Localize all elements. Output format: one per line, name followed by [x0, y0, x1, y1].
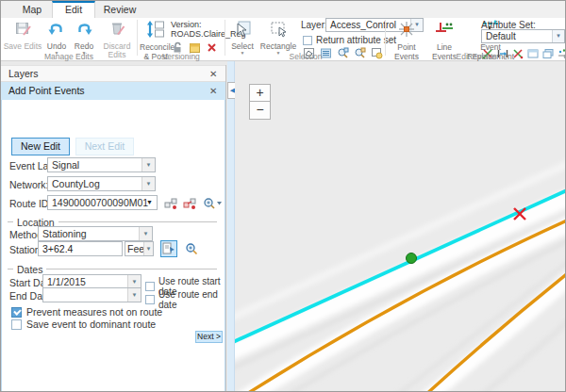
station-units-combobox[interactable]: Feet ▼ [125, 241, 154, 256]
new-edit-button[interactable]: New Edit [11, 138, 70, 155]
dock-strip[interactable] [227, 61, 235, 391]
event-layer-combobox[interactable]: Signal ▼ [47, 157, 156, 172]
start-date-value: 1/1/2015 [47, 276, 86, 287]
select-route-active-icon[interactable] [183, 197, 195, 209]
map-view[interactable]: + − [235, 61, 565, 391]
prevent-measures-label: Prevent measures not on route [26, 306, 162, 318]
layer-label: Layer: [301, 20, 327, 30]
point-events-icon [388, 20, 425, 42]
add-point-events-header[interactable]: Add Point Events ✕ [1, 82, 225, 100]
main-area: Layers ✕ Add Point Events ✕ New Edit Nex… [1, 61, 565, 391]
dates-section-separator: Dates [8, 264, 217, 274]
zoom-to-route-icon[interactable] [203, 197, 224, 209]
route-id-caret[interactable]: ▼ [146, 196, 153, 209]
method-combobox[interactable]: Stationing ▼ [38, 226, 153, 241]
checkbox-box[interactable] [303, 36, 312, 45]
select-route-on-map-icon[interactable] [164, 197, 176, 209]
station-input[interactable] [38, 241, 123, 256]
event-layer-value: Signal [52, 159, 79, 171]
rectangle-select-button[interactable]: Rectangle ▼ [259, 18, 297, 56]
add-point-events-panel: Layers ✕ Add Point Events ✕ New Edit Nex… [1, 65, 226, 391]
method-value: Stationing [42, 228, 87, 239]
layer-combobox-value: Access_Control [330, 20, 396, 30]
zoom-to-station-icon[interactable] [185, 242, 197, 254]
ribbon-separator [137, 20, 138, 56]
next-edit-button[interactable]: Next Edit [75, 138, 134, 155]
save-icon [3, 20, 42, 41]
tab-review[interactable]: Review [95, 1, 144, 18]
attribute-set-value: Default [486, 31, 516, 41]
map-canvas [235, 61, 565, 391]
end-date-combobox[interactable]: ▼ [42, 287, 142, 302]
line-events-icon [427, 20, 461, 42]
network-value: CountyLog [52, 178, 100, 189]
layers-pane-header[interactable]: Layers ✕ [1, 65, 225, 82]
add-point-events-close-icon[interactable]: ✕ [209, 82, 219, 100]
line-events-label-line1: Line [427, 43, 461, 52]
point-events-label-line1: Point [388, 43, 425, 52]
reconcile-post-icon [140, 20, 172, 42]
event-point-marker[interactable] [407, 253, 417, 264]
redo-icon [71, 20, 97, 41]
zoom-in-button[interactable]: + [249, 84, 271, 102]
layers-close-icon[interactable]: ✕ [209, 66, 219, 81]
attribute-set-combobox[interactable]: Default ▼ [481, 29, 565, 43]
group-label-selection: Selection [227, 52, 384, 61]
tab-map[interactable]: Map [12, 1, 52, 18]
save-dominant-label: Save event to dominant route [26, 318, 156, 330]
ribbon-separator [385, 20, 386, 56]
network-combobox[interactable]: CountyLog ▼ [47, 176, 156, 191]
map-zoom-control: + − [249, 84, 271, 120]
group-label-versioning: Versioning [139, 52, 224, 61]
station-units-caret[interactable]: ▼ [143, 242, 153, 255]
checkbox-box[interactable] [145, 295, 155, 304]
undo-button[interactable]: Undo ▼ [43, 18, 70, 56]
start-date-caret[interactable]: ▼ [127, 275, 141, 288]
save-edits-button[interactable]: Save Edits [3, 18, 42, 51]
save-edits-label: Save Edits [3, 42, 42, 51]
end-date-caret[interactable]: ▼ [127, 288, 141, 302]
return-attribute-set-checkbox[interactable]: Return attribute set [303, 35, 396, 45]
ribbon: Save Edits Undo ▼ Redo ▼ Discard Edits M… [1, 18, 565, 61]
group-label-manage-edits: Manage Edits [3, 52, 135, 61]
next-button[interactable]: Next > [195, 331, 223, 343]
add-point-events-body: New Edit Next Edit Event Layer: Signal ▼… [1, 100, 225, 391]
redo-button[interactable]: Redo ▼ [71, 18, 97, 56]
route-id-combobox[interactable]: 14900000700090M01 ▼ [47, 195, 158, 210]
zoom-out-button[interactable]: − [249, 102, 271, 120]
attribute-set-caret[interactable]: ▼ [552, 30, 564, 42]
reconcile-label-line1: Reconcile [140, 43, 172, 52]
layers-pane-title: Layers [8, 68, 39, 79]
network-caret[interactable]: ▼ [142, 177, 155, 190]
rectangle-select-icon [259, 20, 297, 41]
route-id-label: Route ID: [9, 198, 51, 209]
ribbon-tabstrip: Map Edit Review [1, 1, 565, 18]
tab-edit[interactable]: Edit [52, 1, 95, 18]
checkbox-box[interactable] [11, 307, 22, 318]
route-id-value: 14900000700090M01 [52, 197, 148, 208]
ribbon-separator [225, 20, 225, 56]
prevent-measures-checkbox[interactable]: Prevent measures not on route [11, 306, 162, 318]
trash-icon [97, 20, 137, 41]
method-caret[interactable]: ▼ [139, 227, 152, 240]
checkbox-box[interactable] [11, 319, 22, 330]
pick-location-tool[interactable] [160, 240, 177, 257]
event-layer-caret[interactable]: ▼ [142, 158, 155, 172]
version-label: Version: [171, 20, 202, 29]
use-route-end-date-label: Use route end date [158, 289, 225, 310]
group-label-edit-events: Edit Events [388, 52, 565, 61]
save-dominant-checkbox[interactable]: Save event to dominant route [11, 318, 156, 330]
select-cursor-icon [227, 20, 258, 41]
network-label: Network: [9, 179, 48, 190]
dates-section-label: Dates [17, 264, 42, 275]
add-point-events-title: Add Point Events [8, 85, 85, 96]
select-button[interactable]: Select ▼ [227, 18, 258, 56]
app-window: Map Edit Review Save Edits Undo ▼ Redo ▼ [0, 0, 566, 392]
undo-icon [43, 20, 70, 41]
